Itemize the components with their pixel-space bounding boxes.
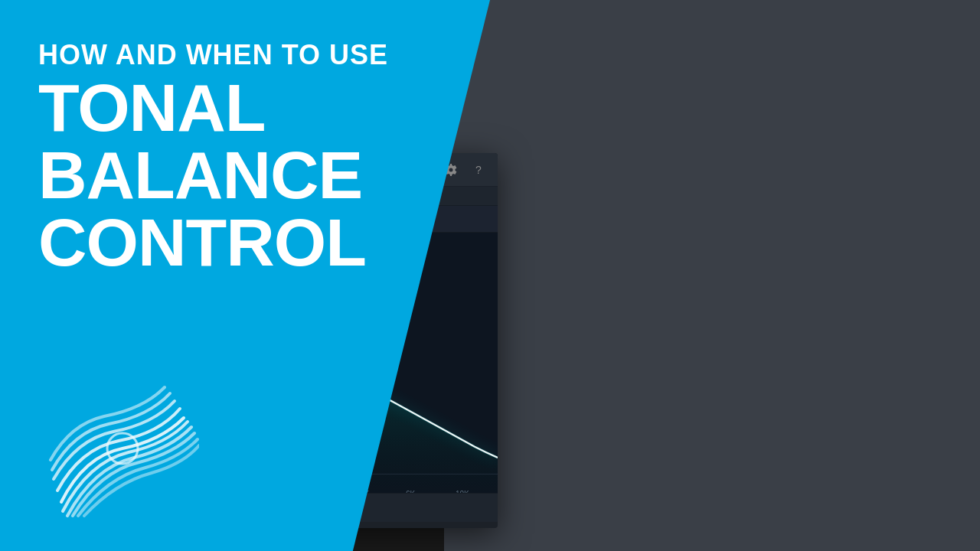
- freq-label-10k: 10K: [456, 490, 469, 493]
- subtitle: HOW AND WHEN TO USE: [38, 38, 452, 71]
- freq-label-6k: 6K: [406, 490, 415, 493]
- right-panel: [444, 0, 980, 551]
- izotope-logo: [46, 380, 199, 517]
- title-line-3: CONTROL: [38, 209, 452, 276]
- main-title: TONAL BALANCE CONTROL: [38, 74, 452, 276]
- title-line-1: TONAL: [38, 74, 452, 142]
- title-line-2: BALANCE: [38, 142, 452, 209]
- help-icon[interactable]: ?: [469, 160, 488, 180]
- logo-area: [46, 380, 199, 520]
